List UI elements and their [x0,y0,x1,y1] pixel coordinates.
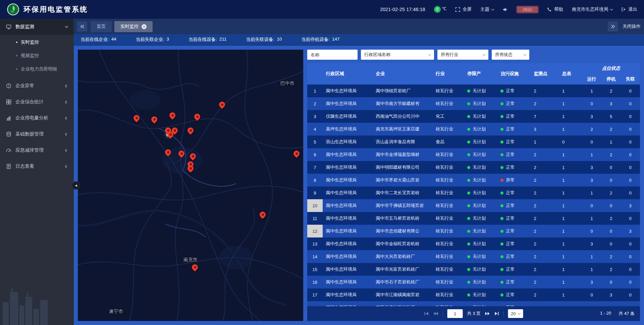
tab-label: 首页 [97,23,106,30]
page-number-input[interactable] [447,309,463,318]
cell-limit-production: 无计划 [464,85,497,97]
cell-index: 16 [307,276,323,288]
temperature-unit: ℃ [442,6,446,11]
page-title: 环保用电监管系统 [23,5,88,14]
cell-limit-production: 无计划 [464,250,497,263]
cell-region: 阆中生态环境局 [323,276,373,288]
scroll-tabs-left-button[interactable] [77,21,87,32]
last-page-button[interactable] [494,312,499,316]
cell-running: 0 [582,136,601,148]
last-page-icon [494,312,499,316]
cell-total-meter: 1 [559,110,582,123]
table-row[interactable]: 16阆中生态环境局阆中市石子页岩机砖厂砖瓦行业无计划正常21300 [307,276,640,288]
cell-index: 12 [307,225,323,237]
table-row[interactable]: 3仪陇生态环境局西南油气田分公司川中化工无计划正常71350 [307,110,640,123]
chevron-left-icon [65,116,68,120]
status-dot-green [467,90,470,93]
map-collapse-button[interactable]: ◀ [72,181,80,189]
sidebar-group-enterprise-abnormal[interactable]: 企业异常 [0,78,74,94]
filter-bar: 行政区域名称 所有行业 所有状态 [307,50,640,60]
col-header-running: 运行 [582,74,601,85]
sidebar-group-log-view[interactable]: 日志查看 [0,158,74,174]
cell-total-meter: 1 [559,288,582,301]
status-dot-green [500,90,503,93]
sidebar-item-video-monitor[interactable]: 视频监控 [0,49,74,62]
status-dot-green [500,204,503,207]
map-city-label: 巴中市 [280,80,294,87]
status-dot-red [500,179,503,182]
cell-total-meter: 1 [559,97,582,110]
map[interactable]: 巴中市南充市遂宁市 ◀ [78,50,303,321]
close-operations-button[interactable]: 关闭操作 [623,23,641,30]
close-tab-icon[interactable]: × [142,24,147,29]
table-row[interactable]: 15阆中生态环境局阆中市光富页岩机砖厂砖瓦行业无计划正常21120 [307,263,640,276]
fullscreen-button[interactable]: 全屏 [455,6,472,12]
sidebar-group-data-monitoring[interactable]: 数据监测 [0,19,74,35]
sidebar-group-enterprise-power-analysis[interactable]: 企业用电量分析 [0,110,74,126]
sidebar-group-enterprise-statistics[interactable]: 企业综合统计 [0,94,74,110]
table-row[interactable]: 9阆中生态环境局阆中市二龙长宝页岩砖砖瓦行业无计划正常21120 [307,186,640,199]
cell-industry: 砖瓦行业 [432,301,464,306]
status-dot-green [467,192,470,195]
cell-total-meter: 1 [559,263,582,276]
chevron-down-icon [518,312,521,314]
cell-limit-production: 无计划 [464,276,497,288]
region-filter-select[interactable]: 行政区域名称 [361,50,434,60]
scroll-tabs-right-button[interactable] [608,21,618,32]
sidebar-group-emergency-reduction[interactable]: 应急减排管理 [0,142,74,158]
help-button[interactable]: 帮助 [547,6,563,12]
table-row[interactable]: 12阆中生态环境局阆中市忠信建材有限公砖瓦行业无计划正常21003 [307,225,640,237]
sidebar-item-enterprise-power-load-detail[interactable]: 企业电力负荷明细 [0,62,74,76]
total-pages-label: 共 3 页 [467,311,481,317]
table-row[interactable]: 4高坪生态环境局南充市高坪区王家店建砖瓦行业无计划正常31220 [307,123,640,136]
sidebar-group-basic-data-management[interactable]: 基础数据管理 [0,126,74,142]
cell-running: 1 [582,263,601,276]
first-page-button[interactable] [424,312,429,316]
chart-icon [6,115,11,121]
cell-pollution-facility: 正常 [497,136,530,148]
chevron-down-icon [483,53,485,55]
table-row[interactable]: 2阆中生态环境局阆中市南方节能建材有砖瓦行业无计划正常21030 [307,97,640,110]
phone-icon [547,7,552,12]
sidebar-group-label: 基础数据管理 [15,131,44,137]
table-row[interactable]: 7阆中生态环境局阆中明阳建材有限公司砖瓦行业无计划正常21300 [307,161,640,174]
page-size-select[interactable]: 20 [508,309,523,318]
cell-company: 阆中市二龙长宝页岩砖 [372,186,432,199]
cell-limit-production: 无计划 [464,97,497,110]
table-row[interactable]: 6阆中生态环境局阆中市金博瑞新型墙材砖瓦行业无计划正常21120 [307,148,640,161]
theme-dropdown[interactable]: 主题 [480,6,494,12]
cell-stopped: 0 [601,174,621,186]
tab-home[interactable]: 首页 [91,21,112,32]
log-icon [6,164,11,169]
cell-running: 0 [582,288,601,301]
table-row[interactable]: 17阆中生态环境局阆中市江南镇阆南页岩砖瓦行业无计划正常21030 [307,288,640,301]
logout-button[interactable]: 退出 [621,6,637,12]
announcement-button[interactable] [502,7,508,12]
status-filter-select[interactable]: 所有状态 [492,50,529,60]
table-row[interactable]: 11阆中生态环境局阆中市五马桥页岩机砖砖瓦行业无计划正常21120 [307,212,640,225]
status-dot-green [500,242,503,246]
next-page-button[interactable] [485,312,490,316]
name-filter-input[interactable] [307,50,358,60]
cell-total-meter: 1 [559,186,582,199]
table-row[interactable]: 14阆中生态环境局阆中大兴页岩机砖厂砖瓦行业无计划正常21120 [307,250,640,263]
table-row[interactable]: 10阆中生态环境局阆中市千佛镇五郎垭页岩砖瓦行业无计划正常21003 [307,199,640,212]
table-row[interactable]: 8阆中生态环境局阆中市枣碧大梁山页岩砖瓦行业无计划异常21300 [307,174,640,186]
org-dropdown[interactable]: 南充市生态环境局 [572,6,612,12]
prev-page-button[interactable] [433,312,438,316]
sidebar-item-realtime-monitor[interactable]: 实时监控 [0,36,74,49]
alert-icon [6,83,11,89]
cell-lost: 0 [621,263,640,276]
tab-realtime-monitor[interactable]: 实时监控× [114,21,153,32]
cell-running: 3 [582,237,601,250]
cell-industry: 化工 [432,110,464,123]
table-row[interactable]: 1阆中生态环境局阆中强锐页岩砖厂砖瓦行业无计划正常21120 [307,85,640,97]
table-row[interactable]: 18南部生态环境局南部县建兴页岩砖厂砖瓦行业无计划正常21030 [307,301,640,306]
table-row[interactable]: 13阆中生态环境局阆中市金福旺页岩机砖砖瓦行业无计划正常21300 [307,237,640,250]
cell-running: 1 [582,148,601,161]
temperature-widget: 0 ℃ [434,6,446,13]
industry-filter-select[interactable]: 所有行业 [437,50,488,60]
cell-monitor-points: 2 [531,276,559,288]
cell-limit-production: 无计划 [464,110,497,123]
table-row[interactable]: 5营山生态环境局营山县润丰食品有限食品无计划正常10010 [307,136,640,148]
